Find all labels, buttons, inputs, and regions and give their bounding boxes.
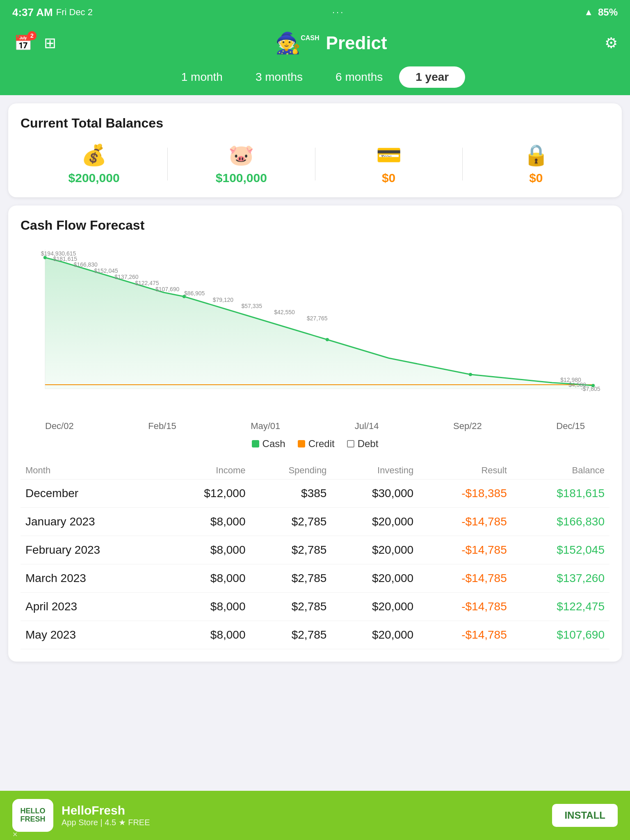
x-label-0: Dec/02	[45, 421, 74, 431]
col-income: Income	[164, 462, 251, 479]
chart-container: $194,930,615 $181,615 $166,830 $152,045 …	[21, 245, 609, 409]
cash-icon: 💰	[81, 143, 107, 167]
col-investing: Investing	[331, 462, 418, 479]
cash-amount: $200,000	[68, 171, 120, 185]
time-display: 4:37 AM	[12, 6, 53, 19]
col-result: Result	[418, 462, 512, 479]
col-spending: Spending	[250, 462, 331, 479]
debt-icon: 🔒	[523, 143, 549, 167]
tab-3months[interactable]: 3 months	[239, 66, 319, 88]
ad-close: ✕	[12, 831, 19, 838]
install-button[interactable]: INSTALL	[552, 804, 618, 827]
svg-text:$107,690: $107,690	[155, 286, 179, 292]
savings-amount: $100,000	[216, 171, 267, 185]
app-logo: 🧙 CASH Predict	[275, 31, 387, 55]
tab-6months[interactable]: 6 months	[319, 66, 399, 88]
cell-result: -$14,785	[418, 536, 512, 564]
table-row: December $12,000 $385 $30,000 -$18,385 $…	[21, 479, 609, 508]
status-dots: ···	[332, 7, 345, 18]
cell-income: $8,000	[164, 564, 251, 593]
battery-display: 85%	[598, 7, 618, 18]
nav-left: 📅 2 ⊞	[12, 33, 58, 53]
cell-spending: $2,785	[250, 564, 331, 593]
cell-spending: $385	[250, 479, 331, 508]
status-bar: 4:37 AM Fri Dec 2 ··· ▲ 85%	[0, 0, 630, 25]
table-row: May 2023 $8,000 $2,785 $20,000 -$14,785 …	[21, 621, 609, 649]
cell-spending: $2,785	[250, 508, 331, 536]
calendar-button[interactable]: 📅 2	[12, 33, 34, 53]
cell-income: $8,000	[164, 593, 251, 621]
credit-amount: $0	[382, 171, 395, 185]
balance-debt: 🔒 $0	[463, 143, 609, 185]
col-balance: Balance	[512, 462, 609, 479]
svg-point-22	[591, 384, 595, 387]
cell-investing: $20,000	[331, 621, 418, 649]
cell-result: -$14,785	[418, 564, 512, 593]
cell-balance: $107,690	[512, 621, 609, 649]
cell-income: $8,000	[164, 508, 251, 536]
cell-spending: $2,785	[250, 593, 331, 621]
x-label-3: Jul/14	[355, 421, 379, 431]
table-header-row: Month Income Spending Investing Result B…	[21, 462, 609, 479]
wifi-icon: ▲	[584, 7, 593, 18]
svg-text:$57,335: $57,335	[242, 303, 262, 309]
cash-legend-label: Cash	[262, 438, 285, 450]
cell-month: March 2023	[21, 564, 164, 593]
settings-button[interactable]: ⚙	[605, 34, 618, 52]
legend-cash: Cash	[252, 438, 285, 450]
cell-balance: $181,615	[512, 479, 609, 508]
tab-1month[interactable]: 1 month	[165, 66, 239, 88]
cell-investing: $30,000	[331, 479, 418, 508]
credit-legend-dot	[298, 440, 305, 447]
ad-disclaimer: ▲ ✕	[12, 823, 19, 838]
debt-legend-dot	[347, 440, 354, 447]
svg-text:$79,120: $79,120	[213, 297, 234, 303]
time-filter-tabs: 1 month 3 months 6 months 1 year	[0, 62, 630, 95]
x-label-4: Sep/22	[453, 421, 482, 431]
cell-income: $8,000	[164, 621, 251, 649]
table-row: March 2023 $8,000 $2,785 $20,000 -$14,78…	[21, 564, 609, 593]
piggy-icon: 🐷	[228, 143, 254, 167]
ad-label: ▲	[12, 823, 19, 831]
table-row: April 2023 $8,000 $2,785 $20,000 -$14,78…	[21, 593, 609, 621]
balances-card: Current Total Balances 💰 $200,000 🐷 $100…	[8, 103, 622, 197]
balances-row: 💰 $200,000 🐷 $100,000 💳 $0 🔒 $0	[21, 143, 609, 185]
svg-point-18	[43, 256, 47, 259]
forecast-table: Month Income Spending Investing Result B…	[21, 462, 609, 649]
chart-legend: Cash Credit Debt	[21, 438, 609, 450]
forecast-title: Cash Flow Forecast	[21, 218, 609, 233]
cell-month: December	[21, 479, 164, 508]
main-content: Current Total Balances 💰 $200,000 🐷 $100…	[0, 95, 630, 670]
date-display: Fri Dec 2	[56, 7, 93, 18]
cell-investing: $20,000	[331, 593, 418, 621]
sidebar-button[interactable]: ⊞	[42, 33, 58, 53]
cell-investing: $20,000	[331, 564, 418, 593]
svg-text:$42,550: $42,550	[274, 309, 295, 315]
forecast-chart: $194,930,615 $181,615 $166,830 $152,045 …	[21, 245, 609, 409]
svg-text:-$7,805: -$7,805	[581, 386, 600, 392]
cell-balance: $122,475	[512, 593, 609, 621]
cell-month: May 2023	[21, 621, 164, 649]
credit-legend-label: Credit	[308, 438, 335, 450]
cell-result: -$14,785	[418, 621, 512, 649]
nav-bar: 📅 2 ⊞ 🧙 CASH Predict ⚙	[0, 25, 630, 62]
legend-debt: Debt	[347, 438, 379, 450]
tab-1year[interactable]: 1 year	[399, 66, 465, 88]
debt-legend-label: Debt	[358, 438, 379, 450]
legend-credit: Credit	[298, 438, 335, 450]
balance-cash: 💰 $200,000	[21, 143, 167, 185]
svg-text:$86,905: $86,905	[184, 290, 205, 297]
svg-text:$152,045: $152,045	[94, 267, 118, 274]
cell-balance: $152,045	[512, 536, 609, 564]
balances-title: Current Total Balances	[21, 116, 609, 131]
cell-balance: $166,830	[512, 508, 609, 536]
svg-text:$166,830: $166,830	[74, 261, 98, 268]
svg-text:$122,475: $122,475	[135, 280, 159, 286]
cell-result: -$14,785	[418, 508, 512, 536]
balance-savings: 🐷 $100,000	[168, 143, 315, 185]
cell-spending: $2,785	[250, 536, 331, 564]
debt-amount: $0	[529, 171, 543, 185]
balance-credit: 💳 $0	[315, 143, 462, 185]
status-right: ▲ 85%	[584, 7, 618, 18]
cell-result: -$14,785	[418, 593, 512, 621]
